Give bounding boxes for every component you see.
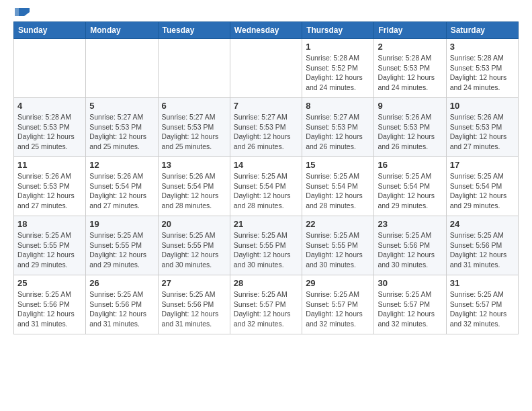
calendar-cell: 28Sunrise: 5:25 AM Sunset: 5:57 PM Dayli…: [230, 275, 302, 334]
day-info: Sunrise: 5:27 AM Sunset: 5:53 PM Dayligh…: [234, 112, 298, 152]
calendar-cell: 25Sunrise: 5:25 AM Sunset: 5:56 PM Dayli…: [14, 275, 86, 334]
day-number: 12: [89, 160, 154, 170]
calendar-cell: 23Sunrise: 5:25 AM Sunset: 5:56 PM Dayli…: [374, 216, 446, 275]
calendar-cell: 5Sunrise: 5:27 AM Sunset: 5:53 PM Daylig…: [86, 98, 158, 157]
day-info: Sunrise: 5:26 AM Sunset: 5:53 PM Dayligh…: [450, 112, 515, 152]
logo: [13, 7, 30, 16]
day-number: 30: [378, 278, 442, 288]
calendar-cell: 3Sunrise: 5:28 AM Sunset: 5:53 PM Daylig…: [446, 39, 518, 98]
day-info: Sunrise: 5:25 AM Sunset: 5:56 PM Dayligh…: [450, 230, 515, 270]
calendar-cell: 29Sunrise: 5:25 AM Sunset: 5:57 PM Dayli…: [302, 275, 374, 334]
day-info: Sunrise: 5:25 AM Sunset: 5:55 PM Dayligh…: [17, 230, 82, 270]
day-number: 26: [89, 278, 154, 288]
day-info: Sunrise: 5:25 AM Sunset: 5:57 PM Dayligh…: [450, 289, 515, 329]
calendar-cell: 13Sunrise: 5:26 AM Sunset: 5:54 PM Dayli…: [158, 157, 230, 216]
calendar-week-3: 11Sunrise: 5:26 AM Sunset: 5:53 PM Dayli…: [14, 157, 519, 216]
header-cell-wednesday: Wednesday: [230, 22, 302, 39]
day-number: 27: [162, 278, 226, 288]
day-info: Sunrise: 5:25 AM Sunset: 5:56 PM Dayligh…: [378, 230, 442, 270]
day-number: 20: [162, 219, 226, 229]
day-number: 31: [450, 278, 515, 288]
calendar-week-1: 1Sunrise: 5:28 AM Sunset: 5:52 PM Daylig…: [14, 39, 519, 98]
day-info: Sunrise: 5:25 AM Sunset: 5:57 PM Dayligh…: [306, 289, 370, 329]
calendar-cell: 17Sunrise: 5:25 AM Sunset: 5:54 PM Dayli…: [446, 157, 518, 216]
day-info: Sunrise: 5:27 AM Sunset: 5:53 PM Dayligh…: [306, 112, 370, 152]
day-number: 21: [234, 219, 298, 229]
calendar-body: 1Sunrise: 5:28 AM Sunset: 5:52 PM Daylig…: [14, 39, 519, 334]
calendar-cell: 27Sunrise: 5:25 AM Sunset: 5:56 PM Dayli…: [158, 275, 230, 334]
header-cell-saturday: Saturday: [446, 22, 518, 39]
day-info: Sunrise: 5:25 AM Sunset: 5:56 PM Dayligh…: [89, 289, 154, 329]
calendar-cell: 6Sunrise: 5:27 AM Sunset: 5:53 PM Daylig…: [158, 98, 230, 157]
day-number: 25: [17, 278, 82, 288]
day-info: Sunrise: 5:25 AM Sunset: 5:57 PM Dayligh…: [234, 289, 298, 329]
day-info: Sunrise: 5:26 AM Sunset: 5:53 PM Dayligh…: [17, 171, 82, 211]
day-number: 3: [450, 42, 515, 52]
day-info: Sunrise: 5:26 AM Sunset: 5:54 PM Dayligh…: [89, 171, 154, 211]
calendar-week-4: 18Sunrise: 5:25 AM Sunset: 5:55 PM Dayli…: [14, 216, 519, 275]
calendar-cell: 12Sunrise: 5:26 AM Sunset: 5:54 PM Dayli…: [86, 157, 158, 216]
day-number: 19: [89, 219, 154, 229]
day-number: 4: [17, 101, 82, 111]
calendar-cell: 11Sunrise: 5:26 AM Sunset: 5:53 PM Dayli…: [14, 157, 86, 216]
calendar-cell: 9Sunrise: 5:26 AM Sunset: 5:53 PM Daylig…: [374, 98, 446, 157]
day-info: Sunrise: 5:28 AM Sunset: 5:53 PM Dayligh…: [17, 112, 82, 152]
day-number: 11: [17, 160, 82, 170]
day-number: 2: [378, 42, 442, 52]
day-number: 15: [306, 160, 370, 170]
day-info: Sunrise: 5:25 AM Sunset: 5:54 PM Dayligh…: [306, 171, 370, 211]
day-info: Sunrise: 5:25 AM Sunset: 5:55 PM Dayligh…: [234, 230, 298, 270]
day-info: Sunrise: 5:28 AM Sunset: 5:53 PM Dayligh…: [450, 53, 515, 93]
day-number: 24: [450, 219, 515, 229]
calendar-cell: [14, 39, 86, 98]
day-info: Sunrise: 5:28 AM Sunset: 5:53 PM Dayligh…: [378, 53, 442, 93]
calendar-cell: 31Sunrise: 5:25 AM Sunset: 5:57 PM Dayli…: [446, 275, 518, 334]
calendar-week-2: 4Sunrise: 5:28 AM Sunset: 5:53 PM Daylig…: [14, 98, 519, 157]
day-number: 14: [234, 160, 298, 170]
calendar-cell: 26Sunrise: 5:25 AM Sunset: 5:56 PM Dayli…: [86, 275, 158, 334]
day-info: Sunrise: 5:27 AM Sunset: 5:53 PM Dayligh…: [162, 112, 226, 152]
day-number: 17: [450, 160, 515, 170]
header-cell-monday: Monday: [86, 22, 158, 39]
day-number: 28: [234, 278, 298, 288]
day-info: Sunrise: 5:27 AM Sunset: 5:53 PM Dayligh…: [89, 112, 154, 152]
day-info: Sunrise: 5:25 AM Sunset: 5:54 PM Dayligh…: [234, 171, 298, 211]
day-number: 29: [306, 278, 370, 288]
logo-icon: [15, 7, 30, 17]
day-number: 9: [378, 101, 442, 111]
calendar-week-5: 25Sunrise: 5:25 AM Sunset: 5:56 PM Dayli…: [14, 275, 519, 334]
day-number: 16: [378, 160, 442, 170]
calendar-header: SundayMondayTuesdayWednesdayThursdayFrid…: [14, 22, 519, 39]
day-number: 5: [89, 101, 154, 111]
calendar-cell: 7Sunrise: 5:27 AM Sunset: 5:53 PM Daylig…: [230, 98, 302, 157]
day-info: Sunrise: 5:26 AM Sunset: 5:53 PM Dayligh…: [378, 112, 442, 152]
day-number: 7: [234, 101, 298, 111]
calendar-cell: 16Sunrise: 5:25 AM Sunset: 5:54 PM Dayli…: [374, 157, 446, 216]
day-number: 13: [162, 160, 226, 170]
calendar-cell: [230, 39, 302, 98]
calendar-cell: 1Sunrise: 5:28 AM Sunset: 5:52 PM Daylig…: [302, 39, 374, 98]
day-info: Sunrise: 5:25 AM Sunset: 5:56 PM Dayligh…: [162, 289, 226, 329]
day-info: Sunrise: 5:28 AM Sunset: 5:52 PM Dayligh…: [306, 53, 370, 93]
calendar-cell: 18Sunrise: 5:25 AM Sunset: 5:55 PM Dayli…: [14, 216, 86, 275]
day-number: 1: [306, 42, 370, 52]
day-number: 8: [306, 101, 370, 111]
day-info: Sunrise: 5:25 AM Sunset: 5:54 PM Dayligh…: [378, 171, 442, 211]
calendar-cell: 22Sunrise: 5:25 AM Sunset: 5:55 PM Dayli…: [302, 216, 374, 275]
calendar-cell: [86, 39, 158, 98]
day-number: 23: [378, 219, 442, 229]
page-header: [13, 7, 519, 16]
header-cell-tuesday: Tuesday: [158, 22, 230, 39]
calendar-cell: 24Sunrise: 5:25 AM Sunset: 5:56 PM Dayli…: [446, 216, 518, 275]
calendar-cell: 2Sunrise: 5:28 AM Sunset: 5:53 PM Daylig…: [374, 39, 446, 98]
header-cell-friday: Friday: [374, 22, 446, 39]
day-info: Sunrise: 5:25 AM Sunset: 5:55 PM Dayligh…: [162, 230, 226, 270]
day-info: Sunrise: 5:25 AM Sunset: 5:54 PM Dayligh…: [450, 171, 515, 211]
day-info: Sunrise: 5:25 AM Sunset: 5:57 PM Dayligh…: [378, 289, 442, 329]
header-cell-thursday: Thursday: [302, 22, 374, 39]
calendar-cell: [158, 39, 230, 98]
calendar-cell: 10Sunrise: 5:26 AM Sunset: 5:53 PM Dayli…: [446, 98, 518, 157]
day-info: Sunrise: 5:26 AM Sunset: 5:54 PM Dayligh…: [162, 171, 226, 211]
day-number: 22: [306, 219, 370, 229]
calendar-cell: 19Sunrise: 5:25 AM Sunset: 5:55 PM Dayli…: [86, 216, 158, 275]
